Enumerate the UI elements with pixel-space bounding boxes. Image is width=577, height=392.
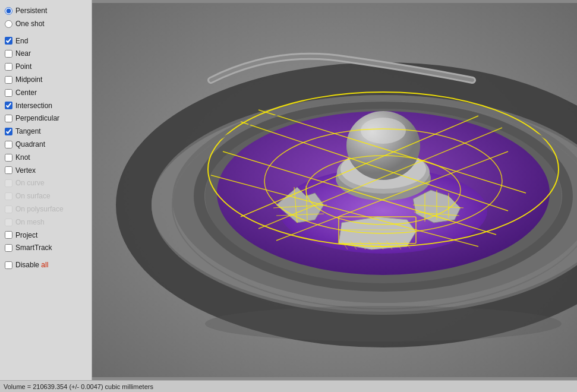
sidebar: Persistent One shot End Near Point Midpo… xyxy=(0,0,92,380)
status-bar: Volume = 210639.354 (+/- 0.0047) cubic m… xyxy=(0,380,577,392)
midpoint-label: Midpoint xyxy=(15,75,42,85)
persistent-label: Persistent xyxy=(15,6,47,16)
sidebar-item-near[interactable]: Near xyxy=(4,48,88,60)
one-shot-label: One shot xyxy=(15,19,45,29)
sidebar-item-midpoint[interactable]: Midpoint xyxy=(4,74,88,86)
smarttrack-label: SmartTrack xyxy=(15,243,52,253)
main-area: Persistent One shot End Near Point Midpo… xyxy=(0,0,577,380)
sidebar-item-project[interactable]: Project xyxy=(4,229,88,242)
sidebar-item-disable-all[interactable]: Disable all xyxy=(4,259,88,271)
on-polysurface-label: On polysurface xyxy=(15,204,64,214)
sidebar-item-on-mesh: On mesh xyxy=(4,216,88,229)
sidebar-item-on-curve: On curve xyxy=(4,177,88,189)
sidebar-item-perpendicular[interactable]: Perpendicular xyxy=(4,112,88,125)
project-label: Project xyxy=(15,230,37,241)
sidebar-item-intersection[interactable]: Intersection xyxy=(4,100,88,112)
intersection-label: Intersection xyxy=(15,101,52,111)
disable-all-label: Disable all xyxy=(15,260,48,270)
end-label: End xyxy=(15,36,28,46)
status-text: Volume = 210639.354 (+/- 0.0047) cubic m… xyxy=(4,383,153,390)
sidebar-item-quadrant[interactable]: Quadrant xyxy=(4,138,88,151)
quadrant-label: Quadrant xyxy=(15,140,45,150)
knot-label: Knot xyxy=(15,153,30,163)
svg-point-12 xyxy=(361,118,406,144)
svg-point-43 xyxy=(205,306,562,342)
perpendicular-label: Perpendicular xyxy=(15,113,59,124)
sidebar-item-point[interactable]: Point xyxy=(4,61,88,73)
sidebar-item-knot[interactable]: Knot xyxy=(4,151,88,164)
on-surface-label: On surface xyxy=(15,191,51,201)
sidebar-item-on-polysurface: On polysurface xyxy=(4,203,88,216)
center-label: Center xyxy=(15,88,37,98)
vertex-label: Vertex xyxy=(15,166,36,176)
sidebar-item-persistent[interactable]: Persistent xyxy=(4,5,88,17)
scene-svg xyxy=(92,0,577,380)
on-mesh-label: On mesh xyxy=(15,217,45,227)
near-label: Near xyxy=(15,49,31,59)
point-label: Point xyxy=(15,62,31,72)
sidebar-item-one-shot[interactable]: One shot xyxy=(4,18,88,30)
sidebar-item-smarttrack[interactable]: SmartTrack xyxy=(4,242,88,254)
sidebar-item-end[interactable]: End xyxy=(4,35,88,48)
sidebar-item-tangent[interactable]: Tangent xyxy=(4,125,88,138)
sidebar-item-vertex[interactable]: Vertex xyxy=(4,165,88,177)
tangent-label: Tangent xyxy=(15,127,41,137)
on-curve-label: On curve xyxy=(15,178,45,188)
sidebar-item-center[interactable]: Center xyxy=(4,87,88,99)
sidebar-item-on-surface: On surface xyxy=(4,190,88,203)
viewport[interactable] xyxy=(92,0,577,380)
